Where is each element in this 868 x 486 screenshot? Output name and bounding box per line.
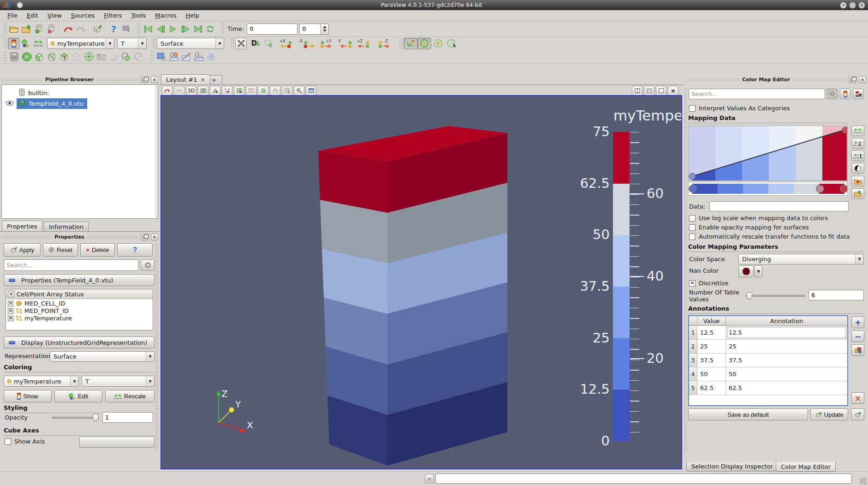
value-cell[interactable]: 37.5 — [697, 354, 726, 367]
float-dock-button[interactable] — [849, 76, 856, 83]
layout-tab-close-icon[interactable]: × — [201, 77, 205, 83]
redo-button[interactable] — [74, 23, 87, 35]
time-value-input[interactable] — [247, 24, 297, 35]
render-view-update-button[interactable] — [851, 408, 864, 420]
cme-edit-preset-button[interactable]: e — [853, 89, 863, 99]
delete-all-annotations-button[interactable]: × — [851, 392, 864, 404]
chevron-down-icon[interactable]: ▼ — [106, 38, 114, 48]
data-input[interactable] — [709, 201, 849, 211]
interpret-checkbox[interactable] — [689, 105, 696, 112]
rescale-button[interactable]: Rescale — [105, 390, 155, 402]
toolbar-grip[interactable] — [3, 51, 6, 62]
slider-handle[interactable] — [93, 414, 99, 421]
display-section-header[interactable]: Display (UnstructuredGridRepresentation) — [4, 336, 155, 348]
tab-properties[interactable]: Properties — [2, 221, 42, 231]
close-dock-button[interactable]: × — [151, 234, 158, 240]
toolbar-grip[interactable] — [137, 22, 140, 36]
chevron-down-icon[interactable]: ▼ — [855, 254, 863, 264]
tab-color-map-editor[interactable]: Color Map Editor — [776, 462, 836, 472]
cme-dock-titlebar[interactable]: Color Map Editor × — [686, 75, 866, 84]
edit-color-map-button2[interactable]: Edit — [54, 390, 102, 402]
chart-time-button[interactable] — [167, 50, 180, 63]
pipeline-dock-titlebar[interactable]: Pipeline Browser × — [1, 75, 158, 84]
tab-information[interactable]: Information — [44, 222, 89, 231]
delete-button[interactable]: × Delete — [80, 243, 115, 257]
toolbar-grip[interactable] — [3, 38, 6, 49]
slider-track[interactable] — [745, 295, 805, 297]
visibility-eye-icon[interactable] — [6, 101, 14, 107]
color-point-mid[interactable] — [816, 185, 824, 192]
slice-filter-button[interactable] — [45, 50, 58, 63]
set-view-plus-z-button[interactable]: +Z — [356, 37, 375, 50]
discretize-row[interactable]: Discretize — [689, 280, 728, 287]
array-row-med-point-id[interactable]: MED_POINT_ID — [6, 307, 153, 314]
close-dock-button[interactable]: × — [151, 76, 158, 83]
annotation-colors-button[interactable] — [851, 344, 864, 356]
load-state-button[interactable] — [91, 23, 103, 35]
array-status-checkbox[interactable] — [8, 291, 14, 297]
help-button[interactable]: ? — [107, 23, 120, 35]
representation-property-combo[interactable]: Surface ▼ — [50, 351, 155, 362]
toolbar-grip[interactable] — [399, 38, 402, 49]
array-checkbox[interactable] — [8, 316, 13, 321]
pick-center-button[interactable] — [431, 38, 445, 49]
slider-track[interactable] — [52, 417, 99, 419]
spin-up-icon[interactable] — [323, 26, 327, 28]
view-type-button[interactable]: 3D — [186, 86, 196, 96]
update-button[interactable]: Update — [810, 408, 848, 420]
toolbar-grip[interactable] — [231, 38, 234, 49]
array-checkbox[interactable] — [8, 308, 13, 314]
nan-color-dropdown-button[interactable]: ▼ — [755, 265, 762, 277]
value-column-header[interactable]: Value — [697, 316, 726, 325]
edit-color-map-button[interactable] — [19, 37, 32, 50]
menu-macros[interactable]: Macros — [151, 11, 180, 20]
play-button[interactable] — [166, 23, 179, 35]
show-axis-row[interactable]: Show Axis — [5, 438, 45, 445]
annotation-column-header[interactable]: Annotation — [726, 316, 847, 325]
next-frame-button[interactable] — [179, 23, 191, 35]
toggle-color-legend-button[interactable] — [8, 38, 19, 49]
chevron-down-icon[interactable]: ▼ — [146, 352, 154, 361]
selection-tool-button[interactable] — [120, 23, 132, 35]
scalar-bar-title[interactable]: myTempe — [613, 107, 682, 124]
select-view-button[interactable] — [155, 50, 167, 63]
interactive-select-cells-icon[interactable] — [294, 86, 304, 96]
cme-search-options-button[interactable] — [827, 89, 838, 99]
rescale-temporal-button[interactable] — [851, 150, 864, 161]
toggle-center-axes-button[interactable] — [417, 38, 431, 49]
float-dock-button[interactable] — [141, 76, 148, 83]
show-scalar-bar-button[interactable]: Show — [4, 390, 52, 402]
array-status-header[interactable]: Cell/Point Array Status — [6, 289, 153, 299]
coloring-array-combo[interactable]: myTemperature ▼ — [4, 376, 79, 387]
save-data-button[interactable] — [20, 23, 33, 35]
save-preset-button[interactable] — [851, 188, 864, 199]
capture-view-button[interactable] — [198, 86, 208, 96]
slider-handle[interactable] — [746, 292, 752, 300]
connect-server-button[interactable] — [33, 23, 45, 35]
show-axis-checkbox[interactable] — [5, 438, 11, 445]
chevron-down-icon[interactable]: ▼ — [215, 38, 224, 48]
select-points-on-icon[interactable] — [222, 86, 232, 96]
panel-splitter[interactable] — [155, 84, 158, 218]
open-file-button[interactable] — [8, 23, 20, 35]
discretize-checkbox[interactable] — [689, 280, 696, 287]
set-view-minus-y-button[interactable]: -Y — [336, 37, 356, 50]
opacity-input[interactable] — [102, 412, 153, 423]
menu-filters[interactable]: Filters — [100, 11, 125, 20]
nan-color-swatch-button[interactable] — [738, 265, 754, 277]
undo-button[interactable] — [62, 23, 74, 35]
set-view-minus-x-button[interactable]: -X — [297, 37, 317, 50]
properties-help-button[interactable]: ? — [117, 243, 153, 257]
auto-rescale-checkbox[interactable] — [689, 234, 696, 240]
annotation-cell[interactable]: 12.5 — [726, 326, 847, 339]
render-view[interactable]: myTempe 75 62.5 50 37.5 25 12.5 0 60 40 … — [161, 95, 682, 469]
glyph-filter-button[interactable] — [83, 50, 95, 63]
color-transfer-strip[interactable] — [688, 182, 848, 196]
auto-rescale-row[interactable]: Automatically rescale transfer functions… — [689, 233, 850, 240]
set-view-minus-z-button[interactable]: -Z — [375, 37, 394, 50]
table-values-input[interactable] — [809, 290, 864, 300]
properties-search-input[interactable] — [4, 259, 138, 271]
log-scale-row[interactable]: Use log scale when mapping data to color… — [689, 215, 828, 222]
cme-choose-preset-button[interactable] — [840, 89, 850, 99]
close-view-button[interactable]: × — [668, 86, 678, 96]
